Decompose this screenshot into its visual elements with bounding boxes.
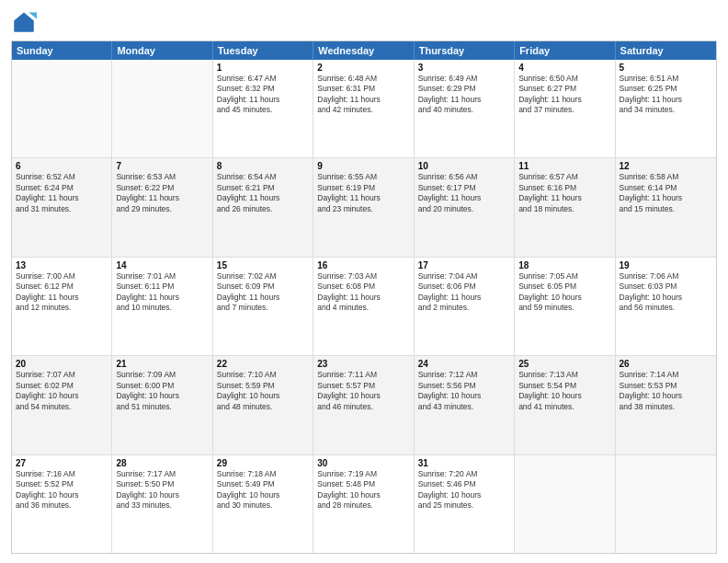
cell-line: and 36 minutes.	[16, 500, 108, 511]
cell-line: Sunrise: 6:52 AM	[16, 172, 108, 182]
day-number: 7	[116, 161, 208, 171]
cell-line: Daylight: 11 hours	[217, 95, 309, 105]
calendar-cell: 19Sunrise: 7:06 AMSunset: 6:03 PMDayligh…	[616, 258, 716, 355]
cell-line: Sunrise: 7:20 AM	[418, 469, 510, 479]
cell-line: Sunset: 5:53 PM	[620, 381, 712, 391]
cell-line: Sunset: 6:02 PM	[16, 381, 108, 391]
cell-line: Daylight: 10 hours	[620, 293, 712, 303]
calendar: SundayMondayTuesdayWednesdayThursdayFrid…	[11, 40, 717, 554]
cell-line: Daylight: 11 hours	[116, 293, 208, 303]
cell-line: Daylight: 11 hours	[116, 193, 208, 203]
cell-line: Sunrise: 7:00 AM	[16, 271, 108, 282]
day-number: 4	[518, 63, 610, 73]
cell-line: Sunset: 6:09 PM	[217, 282, 309, 292]
calendar-cell: 25Sunrise: 7:13 AMSunset: 5:54 PMDayligh…	[515, 356, 615, 454]
cell-line: Sunrise: 7:05 AM	[518, 271, 610, 282]
cell-line: Sunset: 6:08 PM	[317, 282, 409, 292]
cell-line: Sunrise: 7:02 AM	[217, 271, 309, 282]
cell-line: Sunrise: 7:19 AM	[317, 469, 409, 479]
page: SundayMondayTuesdayWednesdayThursdayFrid…	[0, 0, 728, 563]
calendar-cell: 1Sunrise: 6:47 AMSunset: 6:32 PMDaylight…	[213, 60, 313, 157]
cell-line: Daylight: 10 hours	[116, 490, 208, 500]
calendar-cell: 16Sunrise: 7:03 AMSunset: 6:08 PMDayligh…	[313, 258, 414, 355]
cell-line: Daylight: 11 hours	[620, 193, 712, 203]
cell-line: and 20 minutes.	[418, 204, 510, 214]
cell-line: Sunset: 5:59 PM	[217, 381, 309, 391]
header-day-monday: Monday	[112, 41, 212, 60]
day-number: 19	[620, 260, 712, 270]
calendar-cell: 9Sunrise: 6:55 AMSunset: 6:19 PMDaylight…	[313, 158, 414, 256]
cell-line: Sunrise: 7:10 AM	[217, 370, 309, 380]
cell-line: Sunset: 6:16 PM	[518, 183, 610, 193]
day-number: 6	[16, 161, 108, 171]
cell-line: Sunset: 5:50 PM	[116, 479, 208, 489]
cell-line: Sunrise: 6:49 AM	[418, 74, 510, 84]
cell-line: Sunrise: 6:56 AM	[418, 172, 510, 182]
day-number: 13	[16, 260, 108, 270]
calendar-cell: 12Sunrise: 6:58 AMSunset: 6:14 PMDayligh…	[616, 158, 716, 256]
cell-line: and 28 minutes.	[317, 500, 409, 511]
day-number: 25	[518, 359, 610, 369]
cell-line: and 15 minutes.	[620, 204, 712, 214]
calendar-body: 1Sunrise: 6:47 AMSunset: 6:32 PMDaylight…	[12, 60, 716, 553]
calendar-cell: 28Sunrise: 7:17 AMSunset: 5:50 PMDayligh…	[112, 455, 212, 553]
cell-line: Sunrise: 7:04 AM	[418, 271, 510, 282]
header-day-friday: Friday	[515, 41, 615, 60]
cell-line: Sunrise: 7:11 AM	[317, 370, 409, 380]
cell-line: Sunset: 6:25 PM	[620, 84, 712, 94]
day-number: 27	[16, 458, 108, 468]
calendar-cell: 21Sunrise: 7:09 AMSunset: 6:00 PMDayligh…	[112, 356, 212, 454]
calendar-cell: 31Sunrise: 7:20 AMSunset: 5:46 PMDayligh…	[415, 455, 515, 553]
calendar-cell	[12, 60, 112, 157]
cell-line: and 12 minutes.	[16, 303, 108, 313]
cell-line: Sunset: 6:32 PM	[217, 84, 309, 94]
day-number: 21	[116, 359, 208, 369]
day-number: 9	[317, 161, 409, 171]
cell-line: and 23 minutes.	[317, 204, 409, 214]
cell-line: Sunset: 6:17 PM	[418, 183, 510, 193]
header-day-wednesday: Wednesday	[313, 41, 414, 60]
cell-line: Sunset: 5:46 PM	[418, 479, 510, 489]
header	[11, 9, 717, 35]
day-number: 23	[317, 359, 409, 369]
cell-line: Daylight: 10 hours	[16, 391, 108, 401]
cell-line: Sunrise: 6:53 AM	[116, 172, 208, 182]
calendar-cell: 7Sunrise: 6:53 AMSunset: 6:22 PMDaylight…	[112, 158, 212, 256]
cell-line: Daylight: 10 hours	[518, 293, 610, 303]
cell-line: and 25 minutes.	[418, 500, 510, 511]
svg-rect-2	[15, 20, 34, 31]
cell-line: Sunset: 5:56 PM	[418, 381, 510, 391]
cell-line: and 34 minutes.	[620, 105, 712, 115]
cell-line: Sunset: 6:19 PM	[317, 183, 409, 193]
calendar-row-1: 1Sunrise: 6:47 AMSunset: 6:32 PMDaylight…	[12, 60, 716, 158]
cell-line: and 38 minutes.	[620, 402, 712, 412]
calendar-cell: 10Sunrise: 6:56 AMSunset: 6:17 PMDayligh…	[415, 158, 515, 256]
calendar-cell: 30Sunrise: 7:19 AMSunset: 5:48 PMDayligh…	[313, 455, 414, 553]
cell-line: Daylight: 11 hours	[16, 193, 108, 203]
day-number: 24	[418, 359, 510, 369]
cell-line: Sunrise: 6:47 AM	[217, 74, 309, 84]
cell-line: Daylight: 11 hours	[620, 95, 712, 105]
day-number: 18	[518, 260, 610, 270]
cell-line: Daylight: 11 hours	[418, 95, 510, 105]
cell-line: and 42 minutes.	[317, 105, 409, 115]
cell-line: Daylight: 11 hours	[317, 95, 409, 105]
cell-line: Sunrise: 6:50 AM	[518, 74, 610, 84]
cell-line: Sunrise: 6:55 AM	[317, 172, 409, 182]
day-number: 8	[217, 161, 309, 171]
day-number: 26	[620, 359, 712, 369]
day-number: 29	[217, 458, 309, 468]
calendar-cell	[616, 455, 716, 553]
cell-line: Daylight: 11 hours	[418, 293, 510, 303]
day-number: 12	[620, 161, 712, 171]
cell-line: Sunset: 5:52 PM	[16, 479, 108, 489]
cell-line: and 46 minutes.	[317, 402, 409, 412]
calendar-row-5: 27Sunrise: 7:16 AMSunset: 5:52 PMDayligh…	[12, 455, 716, 553]
cell-line: Sunset: 6:22 PM	[116, 183, 208, 193]
cell-line: and 26 minutes.	[217, 204, 309, 214]
cell-line: Daylight: 11 hours	[317, 293, 409, 303]
cell-line: and 7 minutes.	[217, 303, 309, 313]
cell-line: Sunrise: 7:07 AM	[16, 370, 108, 380]
cell-line: Sunset: 6:21 PM	[217, 183, 309, 193]
cell-line: Sunrise: 7:09 AM	[116, 370, 208, 380]
